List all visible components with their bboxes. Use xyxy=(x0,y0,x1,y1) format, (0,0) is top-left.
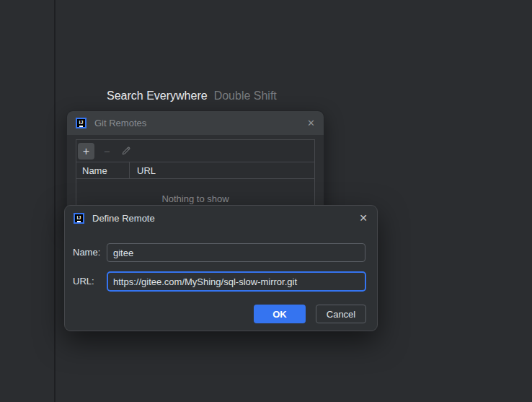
define-remote-dialog: IJ Define Remote ✕ Name: URL: OK Cancel xyxy=(64,205,378,331)
column-header-name: Name xyxy=(76,162,130,178)
ok-button[interactable]: OK xyxy=(254,305,306,323)
table-empty-text: Nothing to show xyxy=(76,193,314,204)
remote-url-input[interactable] xyxy=(107,271,366,292)
define-remote-titlebar[interactable]: IJ Define Remote xyxy=(65,206,377,224)
git-remotes-titlebar[interactable]: IJ Git Remotes ✕ xyxy=(67,111,324,135)
hint-action-label: Search Everywhere xyxy=(107,89,208,102)
intellij-logo-icon: IJ xyxy=(74,213,84,224)
panel-divider xyxy=(54,0,56,402)
url-field-label: URL: xyxy=(73,271,94,292)
remote-name-input[interactable] xyxy=(107,243,365,262)
table-header: Name URL xyxy=(76,162,314,179)
close-icon[interactable]: ✕ xyxy=(307,118,315,128)
edit-remote-button[interactable] xyxy=(120,146,131,157)
pencil-icon xyxy=(120,146,131,157)
editor-hint: Search EverywhereDouble Shift xyxy=(107,89,277,102)
remotes-toolbar: + − xyxy=(76,140,314,162)
intellij-logo-icon: IJ xyxy=(76,118,87,128)
plus-icon: + xyxy=(83,144,89,159)
remove-remote-button[interactable]: − xyxy=(104,145,110,157)
close-icon[interactable]: ✕ xyxy=(359,213,368,223)
name-field-label: Name: xyxy=(73,243,100,262)
git-remotes-title: Git Remotes xyxy=(94,118,146,128)
cancel-button[interactable]: Cancel xyxy=(316,305,366,323)
add-remote-button[interactable]: + xyxy=(78,143,94,160)
ide-background: Search EverywhereDouble Shift IJ Git Rem… xyxy=(0,0,532,402)
define-remote-title: Define Remote xyxy=(92,213,155,224)
hint-shortcut-label: Double Shift xyxy=(214,89,277,102)
column-header-url: URL xyxy=(130,165,156,176)
